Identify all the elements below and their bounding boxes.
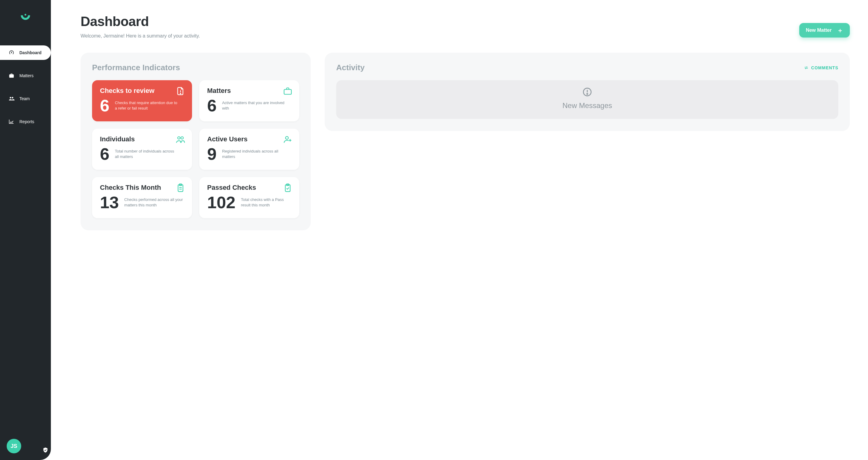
kpi-card-individuals[interactable]: Individuals 6 Total number of individual…: [92, 129, 192, 170]
sidebar-footer: JS: [0, 432, 51, 460]
briefcase-icon: [8, 73, 14, 79]
chart-line-icon: [8, 119, 14, 125]
sidebar-item-team[interactable]: Team: [0, 91, 51, 106]
kpi-card-active-users[interactable]: Active Users 9 Registered individuals ac…: [199, 129, 299, 170]
page-header: Dashboard Welcome, Jermaine! Here is a s…: [81, 14, 850, 39]
kpi-card-title: Checks This Month: [100, 184, 184, 192]
kpi-card-title: Passed Checks: [207, 184, 291, 192]
kpi-title: Performance Indicators: [92, 63, 299, 72]
welcome-text: Welcome, Jermaine! Here is a summary of …: [81, 33, 200, 39]
kpi-card-value: 9: [207, 145, 217, 163]
sidebar: Dashboard Matters Team Reports JS: [0, 0, 51, 460]
kpi-card-desc: Checks performed across all your matters…: [124, 197, 184, 207]
activity-empty-message: New Messages: [562, 101, 612, 110]
kpi-card-checks-to-review[interactable]: Checks to review 6 Checks that require a…: [92, 80, 192, 121]
users-icon: [8, 96, 14, 102]
avatar[interactable]: JS: [7, 439, 21, 453]
activity-empty-card: New Messages: [336, 80, 838, 119]
kpi-grid: Checks to review 6 Checks that require a…: [92, 80, 299, 218]
user-plus-icon: [283, 135, 292, 144]
kpi-card-desc: Total number of individuals across all m…: [115, 149, 178, 159]
kpi-card-value: 6: [207, 97, 217, 114]
sidebar-item-reports[interactable]: Reports: [0, 114, 51, 129]
page-title: Dashboard: [81, 14, 200, 29]
swap-icon: [804, 65, 809, 70]
clipboard-list-icon: [176, 183, 185, 193]
kpi-card-desc: Total checks with a Pass result this mon…: [241, 197, 291, 207]
kpi-card-matters[interactable]: Matters 6 Active matters that you are in…: [199, 80, 299, 121]
kpi-card-value: 6: [100, 145, 109, 163]
activity-title: Activity: [336, 63, 365, 72]
sidebar-item-label: Dashboard: [20, 50, 41, 55]
svg-point-0: [25, 14, 26, 16]
sidebar-nav: Dashboard Matters Team Reports: [0, 45, 51, 129]
svg-rect-3: [284, 90, 291, 94]
kpi-card-value: 6: [100, 97, 109, 114]
new-matter-button[interactable]: New Matter ＋: [799, 23, 850, 37]
svg-point-4: [178, 137, 180, 139]
clipboard-check-icon: [283, 183, 292, 193]
shield-check-icon: [42, 447, 49, 453]
sidebar-item-label: Team: [20, 96, 30, 101]
kpi-card-title: Checks to review: [100, 87, 184, 95]
new-matter-label: New Matter: [806, 28, 832, 33]
activity-panel: Activity COMMENTS New Messages: [325, 53, 850, 131]
kpi-card-passed-checks[interactable]: Passed Checks 102 Total checks with a Pa…: [199, 177, 299, 218]
sidebar-item-label: Reports: [20, 119, 34, 124]
kpi-card-value: 13: [100, 194, 119, 211]
kpi-card-value: 102: [207, 194, 235, 211]
comments-label: COMMENTS: [811, 65, 838, 70]
users-group-icon: [176, 135, 185, 144]
kpi-card-desc: Registered individuals across all matter…: [222, 149, 286, 159]
file-alert-icon: [176, 86, 185, 96]
kpi-card-checks-this-month[interactable]: Checks This Month 13 Checks performed ac…: [92, 177, 192, 218]
comments-link[interactable]: COMMENTS: [804, 65, 838, 70]
svg-point-6: [286, 136, 288, 139]
plus-icon: ＋: [837, 27, 843, 33]
kpi-panel: Performance Indicators Checks to review …: [81, 53, 311, 230]
briefcase-outline-icon: [283, 86, 292, 96]
alert-circle-icon: [582, 87, 592, 97]
sidebar-item-dashboard[interactable]: Dashboard: [0, 45, 51, 60]
svg-point-17: [587, 94, 588, 94]
sidebar-item-label: Matters: [20, 73, 34, 78]
kpi-card-title: Active Users: [207, 135, 291, 143]
gauge-icon: [8, 50, 14, 56]
kpi-card-desc: Checks that require attention due to a r…: [115, 100, 178, 111]
kpi-card-desc: Active matters that you are involved wit…: [222, 100, 286, 111]
kpi-card-title: Individuals: [100, 135, 184, 143]
main-content: Dashboard Welcome, Jermaine! Here is a s…: [51, 0, 868, 460]
kpi-card-title: Matters: [207, 87, 291, 95]
sidebar-item-matters[interactable]: Matters: [0, 68, 51, 83]
avatar-initials: JS: [10, 443, 17, 450]
svg-point-5: [181, 137, 183, 139]
brand-logo-icon: [19, 11, 32, 25]
svg-point-2: [180, 93, 181, 94]
logo: [0, 0, 51, 36]
